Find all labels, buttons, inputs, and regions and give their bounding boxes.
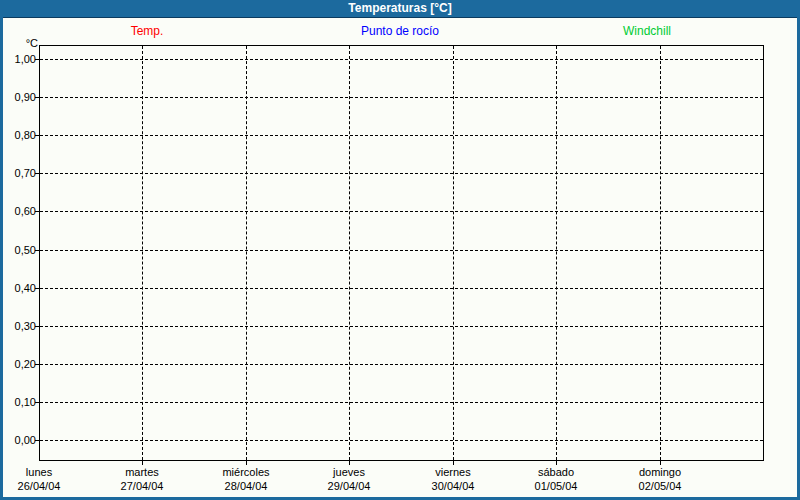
x-tick-date: 28/04/04 [222,479,269,493]
y-tick-label: 0,00 [0,434,36,446]
y-tick-label: 0,40 [0,282,36,294]
x-tick-weekday: viernes [432,465,475,479]
x-tick-weekday: martes [121,465,164,479]
legend: Temp.Punto de rocíoWindchill [0,24,800,40]
h-gridline [40,288,763,289]
v-gridline [349,46,350,460]
v-gridline [246,46,247,460]
chart-window: Temperaturas [°C] Temp.Punto de rocíoWin… [0,0,800,500]
v-gridline [453,46,454,460]
legend-item-2: Punto de rocío [361,24,439,38]
h-gridline [40,440,763,441]
x-tick-label: lunes26/04/04 [18,465,61,493]
x-tick-weekday: jueves [328,465,371,479]
y-tick-label: 0,10 [0,396,36,408]
x-tick-label: viernes30/04/04 [432,465,475,493]
y-tick-label: 0,20 [0,358,36,370]
h-gridline [40,135,763,136]
y-tick-label: 0,30 [0,320,36,332]
window-frame-left [0,0,3,500]
y-tick-label: 0,60 [0,205,36,217]
x-tick-label: jueves29/04/04 [328,465,371,493]
y-axis-unit-label: °C [0,37,38,49]
h-gridline [40,402,763,403]
y-tick-label: 0,80 [0,129,36,141]
x-tick-label: domingo02/05/04 [639,465,682,493]
chart-title: Temperaturas [°C] [348,1,451,15]
y-tick-label: 0,90 [0,91,36,103]
y-tick-label: 0,50 [0,244,36,256]
x-tick-date: 01/05/04 [535,479,578,493]
x-tick-weekday: lunes [18,465,61,479]
y-tick-label: 0,70 [0,167,36,179]
x-tick-weekday: domingo [639,465,682,479]
x-tick-date: 29/04/04 [328,479,371,493]
x-tick-date: 02/05/04 [639,479,682,493]
x-tick-label: sábado01/05/04 [535,465,578,493]
x-tick-date: 26/04/04 [18,479,61,493]
v-gridline [556,46,557,460]
legend-item-1: Temp. [131,24,164,38]
x-tick-date: 27/04/04 [121,479,164,493]
y-tick-label: 1,00 [0,53,36,65]
v-gridline [660,46,661,460]
legend-item-3: Windchill [623,24,671,38]
title-bar: Temperaturas [°C] [0,0,800,18]
x-tick-date: 30/04/04 [432,479,475,493]
v-gridline [142,46,143,460]
x-tick-label: martes27/04/04 [121,465,164,493]
x-tick-weekday: miércoles [222,465,269,479]
h-gridline [40,173,763,174]
x-tick-label: miércoles28/04/04 [222,465,269,493]
h-gridline [40,250,763,251]
h-gridline [40,211,763,212]
h-gridline [40,59,763,60]
h-gridline [40,326,763,327]
plot-area [39,45,764,461]
x-tick-weekday: sábado [535,465,578,479]
h-gridline [40,97,763,98]
h-gridline [40,364,763,365]
